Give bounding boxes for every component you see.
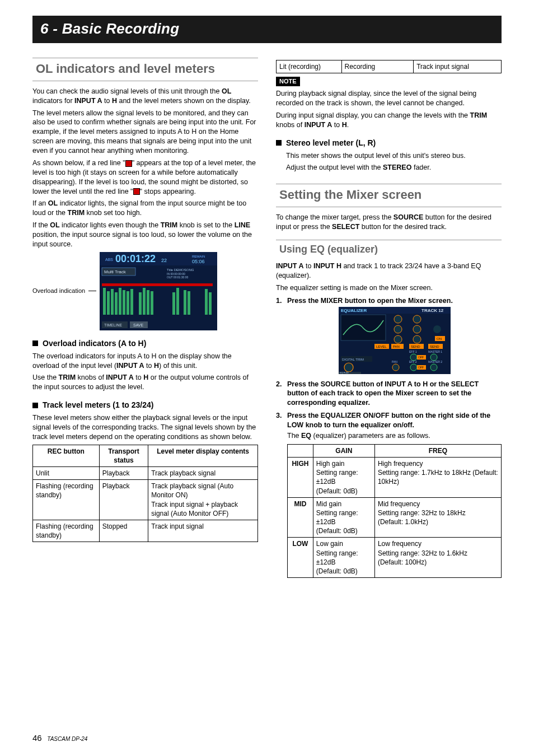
svg-text:LEVEL: LEVEL xyxy=(376,345,387,348)
t: H xyxy=(112,97,117,105)
svg-text:MASTER 1: MASTER 1 xyxy=(428,350,442,353)
td: Flashing (recording standby) xyxy=(33,480,100,520)
t: . xyxy=(347,121,349,129)
svg-rect-19 xyxy=(127,291,129,315)
td: Mid frequency Setting range: 32Hz to 18k… xyxy=(374,497,501,538)
t: During input signal display, you can cha… xyxy=(276,111,470,119)
t: knobs of xyxy=(76,374,106,381)
td: Low frequency Setting range: 32Hz to 1.6… xyxy=(374,538,501,578)
td: High frequency Setting range: 1.7kHz to … xyxy=(374,457,501,497)
section-mixer: Setting the Mixer screen xyxy=(276,184,502,207)
svg-text:EQ FLAT: EQ FLAT xyxy=(340,371,349,374)
svg-rect-16 xyxy=(115,292,118,315)
rec-button-table: REC button Transport status Level meter … xyxy=(32,445,258,543)
svg-point-44 xyxy=(433,325,441,333)
t: MID xyxy=(294,500,306,508)
t: H xyxy=(342,121,347,129)
svg-rect-21 xyxy=(139,292,142,315)
red-overload-icon xyxy=(133,188,140,195)
red-overload-icon xyxy=(125,160,132,167)
figure-row: Overload indication ABS 00:01:22 22 REMA… xyxy=(32,252,258,330)
td: Track input signal xyxy=(148,520,258,542)
subhead-stereo-meter: Stereo level meter (L, R) xyxy=(276,138,502,148)
svg-text:TRACK 12: TRACK 12 xyxy=(421,308,444,313)
svg-rect-28 xyxy=(188,291,190,315)
t: to xyxy=(304,262,313,270)
t: indicators for xyxy=(32,97,74,105)
t: HIGH xyxy=(292,460,308,468)
td: Track playback signal (Auto Monitor ON) … xyxy=(148,480,258,520)
step-item: Press the MIXER button to open the Mixer… xyxy=(276,296,502,374)
table-row: MID Mid gain Setting range: ±12dB (Defau… xyxy=(288,497,502,538)
svg-text:PAN: PAN xyxy=(392,360,397,363)
th: GAIN xyxy=(313,444,374,457)
body-text: You can check the audio signal levels of… xyxy=(32,87,258,106)
bullet-square-icon xyxy=(276,140,282,146)
subhead-text: Stereo level meter (L, R) xyxy=(286,138,376,148)
t: TRIM xyxy=(68,209,85,217)
t: to xyxy=(144,362,154,370)
svg-text:EFF 2: EFF 2 xyxy=(409,360,417,363)
td: Lit (recording) xyxy=(277,60,342,73)
svg-text:22: 22 xyxy=(161,258,167,263)
svg-text:ON: ON xyxy=(437,337,442,340)
svg-rect-23 xyxy=(147,290,149,315)
t: to xyxy=(332,121,341,129)
svg-text:EFF 1: EFF 1 xyxy=(409,350,417,353)
t: knob is set to the xyxy=(177,221,234,229)
t: EQ xyxy=(301,432,311,440)
t: As shown below, if a red line " xyxy=(32,159,125,167)
mixer-figure-wrap: EQUALIZER TRACK 12 ON LEVEL PAN SEND SEN… xyxy=(287,307,502,374)
svg-rect-20 xyxy=(130,289,133,315)
td: Flashing (recording standby) xyxy=(33,520,100,542)
svg-rect-13 xyxy=(103,288,106,315)
step-text: Press the MIXER button to open the Mixer… xyxy=(287,297,453,305)
t: fader. xyxy=(411,164,431,171)
body-text: If the OL indicator lights even though t… xyxy=(32,221,258,249)
svg-text:00:01:22: 00:01:22 xyxy=(115,253,156,264)
svg-text:EQUALIZER: EQUALIZER xyxy=(341,308,367,313)
right-column: Lit (recording) Recording Track input si… xyxy=(276,58,502,578)
table-row: REC button Transport status Level meter … xyxy=(33,445,258,466)
note-text: During input signal display, you can cha… xyxy=(276,111,502,130)
svg-text:SAVE: SAVE xyxy=(133,323,143,327)
svg-rect-22 xyxy=(143,288,146,315)
mixer-screen-figure: EQUALIZER TRACK 12 ON LEVEL PAN SEND SEN… xyxy=(339,307,451,374)
td: Track input signal xyxy=(414,60,502,73)
t: To change the mixer target, press the xyxy=(276,213,394,221)
t: STEREO xyxy=(383,164,411,171)
table-row: Unlit Playback Track playback signal xyxy=(33,467,258,480)
t: TRIM xyxy=(470,111,488,119)
svg-rect-26 xyxy=(176,288,179,315)
svg-text:SEND: SEND xyxy=(430,345,439,348)
body-text: The overload indicators for inputs A to … xyxy=(32,352,258,371)
t: knobs of xyxy=(276,121,305,129)
bullet-square-icon xyxy=(32,340,38,346)
t: INPUT A xyxy=(106,374,134,381)
t: OL xyxy=(50,221,59,229)
eq-params-table: GAIN FREQ HIGH High gain Setting range: … xyxy=(287,444,502,578)
td: Playback xyxy=(99,480,148,520)
td: Unlit xyxy=(33,467,100,480)
body-text: Use the TRIM knobs of INPUT A to H or th… xyxy=(32,373,258,392)
td: Mid gain Setting range: ±12dB (Default: … xyxy=(313,497,374,538)
svg-rect-25 xyxy=(172,292,175,315)
svg-text:ABS: ABS xyxy=(105,258,113,262)
note-label: NOTE xyxy=(276,77,300,86)
td: Low gain Setting range: ±12dB (Default: … xyxy=(313,538,374,578)
svg-point-43 xyxy=(413,325,421,333)
svg-text:OFF: OFF xyxy=(418,356,424,359)
bullet-square-icon xyxy=(32,403,38,408)
svg-point-42 xyxy=(394,325,402,333)
svg-point-45 xyxy=(394,335,402,343)
t: INPUT A xyxy=(116,362,144,370)
svg-rect-24 xyxy=(151,291,153,315)
subhead-overload: Overload indicators (A to H) xyxy=(32,338,258,349)
td: HIGH xyxy=(288,457,313,497)
overload-indication-label: Overload indication xyxy=(32,287,85,295)
steps-list: Press the MIXER button to open the Mixer… xyxy=(276,296,502,441)
td: Playback xyxy=(99,467,148,480)
step-body: The EQ (equalizer) parameters are as fol… xyxy=(287,431,502,441)
t: You can check the audio signal levels of… xyxy=(32,87,222,95)
subhead-text: Overload indicators (A to H) xyxy=(43,338,146,349)
